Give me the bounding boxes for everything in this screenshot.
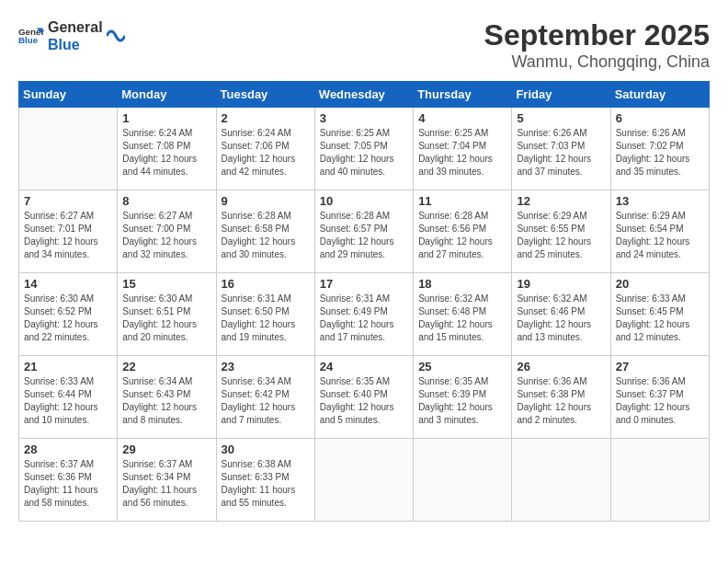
day-info: Sunrise: 6:27 AM Sunset: 7:00 PM Dayligh… — [122, 210, 210, 261]
day-info: Sunrise: 6:24 AM Sunset: 7:08 PM Dayligh… — [122, 127, 210, 178]
header-saturday: Saturday — [610, 82, 709, 108]
day-info: Sunrise: 6:32 AM Sunset: 6:48 PM Dayligh… — [418, 293, 506, 344]
day-number: 8 — [122, 194, 210, 208]
day-number: 25 — [418, 360, 506, 373]
calendar-cell: 8Sunrise: 6:27 AM Sunset: 7:00 PM Daylig… — [118, 190, 216, 273]
day-number: 5 — [517, 111, 605, 125]
calendar-week-4: 21Sunrise: 6:33 AM Sunset: 6:44 PM Dayli… — [19, 356, 710, 439]
day-number: 23 — [222, 360, 310, 373]
calendar-cell — [314, 439, 413, 522]
calendar-cell: 21Sunrise: 6:33 AM Sunset: 6:44 PM Dayli… — [19, 356, 118, 439]
day-number: 27 — [616, 360, 704, 373]
calendar-cell: 5Sunrise: 6:26 AM Sunset: 7:03 PM Daylig… — [512, 108, 610, 190]
day-info: Sunrise: 6:31 AM Sunset: 6:50 PM Dayligh… — [222, 293, 310, 344]
day-info: Sunrise: 6:29 AM Sunset: 6:54 PM Dayligh… — [616, 210, 704, 261]
day-info: Sunrise: 6:38 AM Sunset: 6:33 PM Dayligh… — [222, 458, 310, 510]
day-info: Sunrise: 6:26 AM Sunset: 7:03 PM Dayligh… — [517, 127, 605, 178]
day-number: 10 — [320, 194, 408, 208]
calendar-week-1: 1Sunrise: 6:24 AM Sunset: 7:08 PM Daylig… — [19, 108, 710, 190]
calendar-cell: 23Sunrise: 6:34 AM Sunset: 6:42 PM Dayli… — [216, 356, 314, 439]
day-number: 12 — [517, 194, 605, 208]
logo-blue: Blue — [48, 36, 103, 53]
calendar-cell — [414, 439, 512, 522]
calendar-cell: 17Sunrise: 6:31 AM Sunset: 6:49 PM Dayli… — [314, 273, 413, 356]
day-info: Sunrise: 6:24 AM Sunset: 7:06 PM Dayligh… — [222, 127, 310, 178]
day-info: Sunrise: 6:33 AM Sunset: 6:44 PM Dayligh… — [24, 375, 112, 427]
calendar-cell: 3Sunrise: 6:25 AM Sunset: 7:05 PM Daylig… — [314, 108, 413, 190]
day-number: 17 — [320, 277, 408, 291]
day-number: 29 — [122, 442, 210, 456]
calendar-week-3: 14Sunrise: 6:30 AM Sunset: 6:52 PM Dayli… — [19, 273, 710, 356]
logo: General Blue General Blue — [18, 18, 125, 53]
day-number: 15 — [122, 277, 210, 291]
calendar-cell: 6Sunrise: 6:26 AM Sunset: 7:02 PM Daylig… — [610, 108, 709, 190]
day-info: Sunrise: 6:25 AM Sunset: 7:05 PM Dayligh… — [320, 127, 408, 178]
day-info: Sunrise: 6:30 AM Sunset: 6:52 PM Dayligh… — [24, 293, 112, 344]
day-info: Sunrise: 6:32 AM Sunset: 6:46 PM Dayligh… — [517, 293, 605, 344]
day-info: Sunrise: 6:27 AM Sunset: 7:01 PM Dayligh… — [24, 210, 112, 261]
logo-general: General — [48, 18, 103, 36]
calendar-week-5: 28Sunrise: 6:37 AM Sunset: 6:36 PM Dayli… — [19, 439, 710, 522]
day-number: 14 — [24, 277, 112, 291]
header-monday: Monday — [118, 82, 216, 108]
day-info: Sunrise: 6:37 AM Sunset: 6:36 PM Dayligh… — [24, 458, 112, 510]
header-wednesday: Wednesday — [314, 82, 413, 108]
title-block: September 2025 Wanmu, Chongqing, China — [484, 18, 710, 72]
day-number: 21 — [24, 360, 112, 373]
calendar-cell: 10Sunrise: 6:28 AM Sunset: 6:57 PM Dayli… — [314, 190, 413, 273]
day-number: 16 — [222, 277, 310, 291]
day-info: Sunrise: 6:30 AM Sunset: 6:51 PM Dayligh… — [122, 293, 210, 344]
day-info: Sunrise: 6:25 AM Sunset: 7:04 PM Dayligh… — [418, 127, 506, 178]
calendar-cell: 15Sunrise: 6:30 AM Sunset: 6:51 PM Dayli… — [118, 273, 216, 356]
calendar-cell: 13Sunrise: 6:29 AM Sunset: 6:54 PM Dayli… — [610, 190, 709, 273]
logo-wave-icon — [107, 22, 125, 50]
header-thursday: Thursday — [414, 82, 512, 108]
day-number: 9 — [222, 194, 310, 208]
day-number: 26 — [517, 360, 605, 373]
day-info: Sunrise: 6:34 AM Sunset: 6:43 PM Dayligh… — [122, 375, 210, 427]
day-info: Sunrise: 6:31 AM Sunset: 6:49 PM Dayligh… — [320, 293, 408, 344]
calendar-cell: 28Sunrise: 6:37 AM Sunset: 6:36 PM Dayli… — [19, 439, 118, 522]
day-number: 11 — [418, 194, 506, 208]
day-number: 1 — [122, 111, 210, 125]
day-number: 7 — [24, 194, 112, 208]
day-number: 28 — [24, 442, 112, 456]
day-number: 4 — [418, 111, 506, 125]
calendar-cell: 20Sunrise: 6:33 AM Sunset: 6:45 PM Dayli… — [610, 273, 709, 356]
day-info: Sunrise: 6:35 AM Sunset: 6:39 PM Dayligh… — [418, 375, 506, 427]
calendar-header-row: SundayMondayTuesdayWednesdayThursdayFrid… — [19, 82, 710, 108]
day-info: Sunrise: 6:37 AM Sunset: 6:34 PM Dayligh… — [122, 458, 210, 510]
calendar-cell: 4Sunrise: 6:25 AM Sunset: 7:04 PM Daylig… — [414, 108, 512, 190]
calendar-cell: 25Sunrise: 6:35 AM Sunset: 6:39 PM Dayli… — [414, 356, 512, 439]
day-info: Sunrise: 6:33 AM Sunset: 6:45 PM Dayligh… — [616, 293, 704, 344]
day-info: Sunrise: 6:28 AM Sunset: 6:57 PM Dayligh… — [320, 210, 408, 261]
calendar-week-2: 7Sunrise: 6:27 AM Sunset: 7:01 PM Daylig… — [19, 190, 710, 273]
day-number: 6 — [616, 111, 704, 125]
day-info: Sunrise: 6:36 AM Sunset: 6:38 PM Dayligh… — [517, 375, 605, 427]
calendar-cell: 26Sunrise: 6:36 AM Sunset: 6:38 PM Dayli… — [512, 356, 610, 439]
day-number: 24 — [320, 360, 408, 373]
calendar-cell: 14Sunrise: 6:30 AM Sunset: 6:52 PM Dayli… — [19, 273, 118, 356]
calendar-cell: 24Sunrise: 6:35 AM Sunset: 6:40 PM Dayli… — [314, 356, 413, 439]
header-sunday: Sunday — [19, 82, 118, 108]
calendar-cell — [19, 108, 118, 190]
calendar-cell: 11Sunrise: 6:28 AM Sunset: 6:56 PM Dayli… — [414, 190, 512, 273]
day-info: Sunrise: 6:29 AM Sunset: 6:55 PM Dayligh… — [517, 210, 605, 261]
calendar-cell: 12Sunrise: 6:29 AM Sunset: 6:55 PM Dayli… — [512, 190, 610, 273]
day-info: Sunrise: 6:28 AM Sunset: 6:58 PM Dayligh… — [222, 210, 310, 261]
header-tuesday: Tuesday — [216, 82, 314, 108]
calendar-cell: 18Sunrise: 6:32 AM Sunset: 6:48 PM Dayli… — [414, 273, 512, 356]
day-info: Sunrise: 6:35 AM Sunset: 6:40 PM Dayligh… — [320, 375, 408, 427]
calendar-cell: 30Sunrise: 6:38 AM Sunset: 6:33 PM Dayli… — [216, 439, 314, 522]
calendar-cell: 2Sunrise: 6:24 AM Sunset: 7:06 PM Daylig… — [216, 108, 314, 190]
calendar-table: SundayMondayTuesdayWednesdayThursdayFrid… — [18, 81, 710, 522]
day-number: 30 — [222, 442, 310, 456]
month-title: September 2025 — [484, 18, 710, 52]
page-header: General Blue General Blue September 2025… — [18, 18, 710, 72]
day-info: Sunrise: 6:26 AM Sunset: 7:02 PM Dayligh… — [616, 127, 704, 178]
day-info: Sunrise: 6:36 AM Sunset: 6:37 PM Dayligh… — [616, 375, 704, 427]
day-number: 3 — [320, 111, 408, 125]
calendar-cell: 7Sunrise: 6:27 AM Sunset: 7:01 PM Daylig… — [19, 190, 118, 273]
calendar-cell: 1Sunrise: 6:24 AM Sunset: 7:08 PM Daylig… — [118, 108, 216, 190]
day-info: Sunrise: 6:28 AM Sunset: 6:56 PM Dayligh… — [418, 210, 506, 261]
